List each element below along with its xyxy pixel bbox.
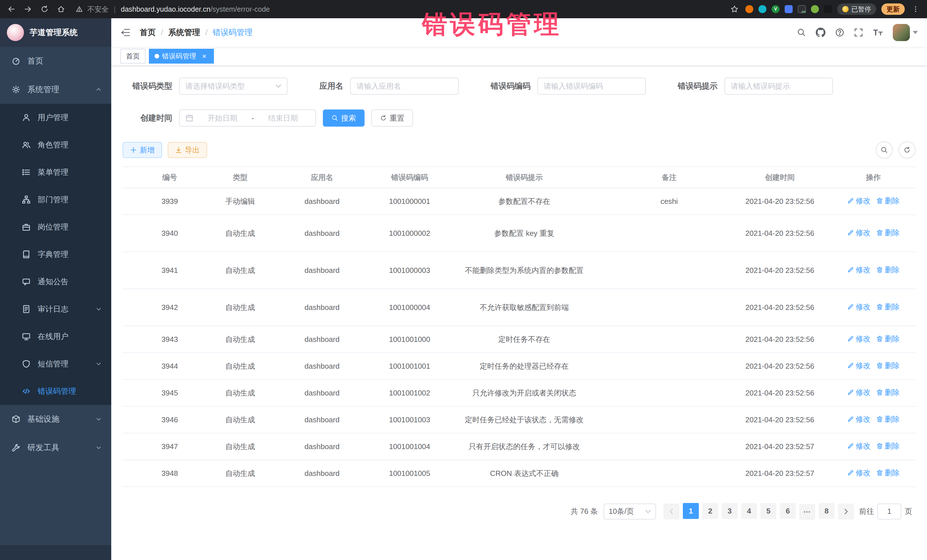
- page-button-6[interactable]: 6: [780, 503, 796, 519]
- cell-code: 1001001005: [380, 464, 439, 483]
- close-icon[interactable]: ×: [200, 52, 208, 60]
- delete-link[interactable]: 删除: [876, 360, 900, 371]
- sidebar-item-用户管理[interactable]: 用户管理: [0, 104, 111, 131]
- hamburger-icon[interactable]: [120, 27, 131, 38]
- delete-link[interactable]: 删除: [876, 301, 900, 313]
- sidebar-item-在线用户[interactable]: 在线用户: [0, 323, 111, 350]
- breadcrumb-home[interactable]: 首页: [140, 27, 156, 38]
- delete-link[interactable]: 删除: [876, 387, 900, 398]
- page-button-5[interactable]: 5: [760, 503, 777, 519]
- cell-code: 1001001000: [380, 331, 439, 348]
- cell-message: 定时任务已经处于该状态，无需修改: [439, 411, 610, 429]
- cell-remark: [610, 230, 728, 237]
- extension-icon[interactable]: [745, 5, 753, 13]
- edit-link[interactable]: 修改: [847, 264, 871, 275]
- tag-home[interactable]: 首页: [120, 49, 146, 64]
- sidebar-item-字典管理[interactable]: 字典管理: [0, 241, 111, 268]
- home-icon[interactable]: [55, 3, 67, 15]
- page-button-3[interactable]: 3: [722, 503, 738, 519]
- extension-icon[interactable]: [785, 5, 793, 13]
- search-button[interactable]: 搜索: [323, 109, 365, 127]
- page-button-2[interactable]: 2: [702, 503, 718, 519]
- address-bar[interactable]: 不安全 | dashboard.yudao.iocoder.cn/system/…: [72, 3, 723, 15]
- page-size-select[interactable]: 10条/页: [603, 504, 656, 519]
- page-button-4[interactable]: 4: [741, 503, 757, 519]
- pagination: 共 76 条 10条/页 123456•••8 前往 页: [123, 503, 916, 520]
- delete-link[interactable]: 删除: [876, 227, 900, 238]
- cell-time: 2021-04-20 23:52:56: [728, 331, 831, 348]
- extensions-pin-icon[interactable]: [824, 5, 832, 13]
- edit-link[interactable]: 修改: [847, 301, 871, 313]
- paused-badge[interactable]: 已暂停: [837, 3, 876, 15]
- fullscreen-icon[interactable]: [854, 28, 863, 37]
- sidebar-item-错误码管理[interactable]: 错误码管理: [0, 378, 111, 405]
- delete-link[interactable]: 删除: [876, 264, 900, 275]
- sidebar-item-通知公告[interactable]: 通知公告: [0, 268, 111, 295]
- monitor-icon: [22, 332, 31, 341]
- page-button-1[interactable]: 1: [683, 503, 699, 519]
- header-search-icon[interactable]: [797, 28, 806, 37]
- cell-operations: 修改删除: [831, 298, 916, 317]
- toggle-search-button[interactable]: [876, 141, 893, 159]
- page-ellipsis[interactable]: •••: [799, 504, 815, 520]
- page-button-8[interactable]: 8: [819, 503, 834, 519]
- sidebar-item-短信管理[interactable]: 短信管理: [0, 350, 111, 378]
- edit-link[interactable]: 修改: [847, 333, 871, 344]
- edit-link[interactable]: 修改: [847, 467, 871, 478]
- tag-error-code[interactable]: 错误码管理 ×: [149, 49, 214, 64]
- sidebar-item-系统管理[interactable]: 系统管理: [0, 75, 111, 104]
- extension-icon[interactable]: on: [798, 5, 806, 13]
- edit-link[interactable]: 修改: [847, 360, 871, 371]
- update-button[interactable]: 更新: [881, 3, 905, 15]
- sidebar-item-研发工具[interactable]: 研发工具: [0, 433, 111, 462]
- export-button[interactable]: 导出: [168, 142, 207, 158]
- extension-icon[interactable]: [758, 5, 766, 13]
- font-size-icon[interactable]: [873, 28, 883, 37]
- error-code-input[interactable]: [537, 77, 646, 95]
- sidebar-item-岗位管理[interactable]: 岗位管理: [0, 213, 111, 241]
- error-msg-input[interactable]: [725, 77, 833, 95]
- next-page-button[interactable]: [838, 504, 854, 519]
- github-icon[interactable]: [816, 28, 825, 37]
- logo[interactable]: 芋道管理系统: [0, 18, 111, 47]
- sidebar-item-角色管理[interactable]: 角色管理: [0, 131, 111, 159]
- delete-link[interactable]: 删除: [876, 195, 900, 206]
- delete-link[interactable]: 删除: [876, 440, 900, 452]
- bookmark-star-icon[interactable]: [729, 3, 740, 15]
- table-row: 3942自动生成dashboard1001000004不允许获取敏感配置到前端2…: [123, 289, 916, 326]
- sidebar-item-审计日志[interactable]: 审计日志: [0, 295, 111, 323]
- date-range-input[interactable]: 开始日期 - 结束日期: [179, 109, 316, 127]
- edit-link[interactable]: 修改: [847, 440, 871, 452]
- edit-link[interactable]: 修改: [847, 414, 871, 425]
- back-icon[interactable]: [6, 3, 17, 15]
- error-type-select[interactable]: 请选择错误码类型: [179, 77, 287, 95]
- reset-button[interactable]: 重置: [371, 109, 413, 127]
- warning-icon: [75, 3, 83, 15]
- goto-page-input[interactable]: [877, 504, 901, 519]
- reload-icon[interactable]: [39, 3, 50, 15]
- cell-app: dashboard: [264, 357, 380, 375]
- sidebar-item-部门管理[interactable]: 部门管理: [0, 186, 111, 213]
- user-avatar[interactable]: [893, 24, 918, 41]
- cell-message: 只允许修改为开启或者关闭状态: [439, 384, 610, 402]
- edit-link[interactable]: 修改: [847, 195, 871, 206]
- edit-link[interactable]: 修改: [847, 227, 871, 238]
- forward-icon[interactable]: [22, 3, 33, 15]
- app-name-input[interactable]: [350, 77, 459, 95]
- delete-link[interactable]: 删除: [876, 467, 900, 478]
- delete-link[interactable]: 删除: [876, 333, 900, 344]
- sidebar-item-菜单管理[interactable]: 菜单管理: [0, 159, 111, 186]
- sidebar-item-基础设施[interactable]: 基础设施: [0, 405, 111, 433]
- kebab-menu-icon[interactable]: [910, 3, 921, 15]
- refresh-button[interactable]: [898, 141, 916, 159]
- add-button[interactable]: 新增: [123, 142, 162, 158]
- prev-page-button[interactable]: [663, 504, 679, 519]
- breadcrumb-system[interactable]: 系统管理: [168, 27, 200, 38]
- delete-link[interactable]: 删除: [876, 414, 900, 425]
- cell-code: 1001001001: [380, 357, 439, 375]
- extension-icon[interactable]: [811, 5, 819, 13]
- extension-icon[interactable]: V: [772, 5, 780, 13]
- help-icon[interactable]: [835, 28, 844, 37]
- edit-link[interactable]: 修改: [847, 387, 871, 398]
- sidebar-item-首页[interactable]: 首页: [0, 47, 111, 75]
